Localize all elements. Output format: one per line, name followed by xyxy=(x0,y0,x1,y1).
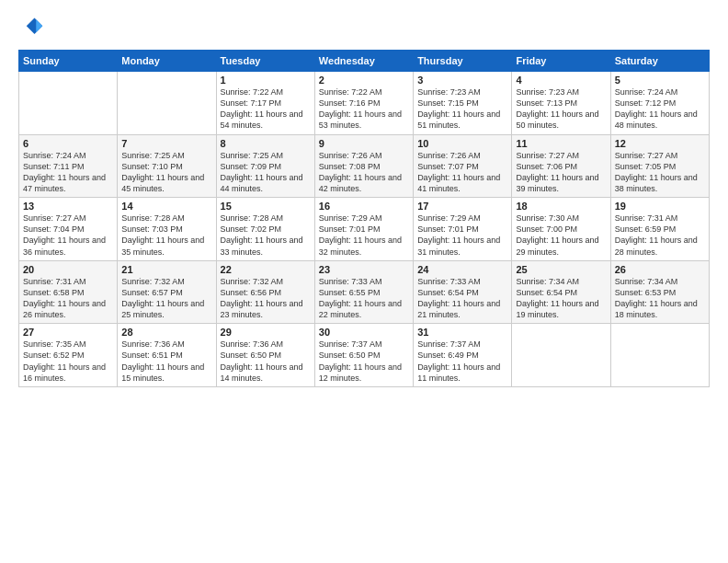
calendar-cell: 12Sunrise: 7:27 AM Sunset: 7:05 PM Dayli… xyxy=(610,134,709,198)
calendar-cell: 16Sunrise: 7:29 AM Sunset: 7:01 PM Dayli… xyxy=(314,198,413,261)
day-number: 28 xyxy=(121,327,211,338)
calendar-cell xyxy=(19,72,118,135)
day-info: Sunrise: 7:27 AM Sunset: 7:06 PM Dayligh… xyxy=(516,150,606,195)
calendar-cell xyxy=(118,72,216,135)
day-info: Sunrise: 7:33 AM Sunset: 6:54 PM Dayligh… xyxy=(417,276,507,321)
day-number: 7 xyxy=(121,138,211,149)
day-number: 25 xyxy=(516,264,606,275)
day-info: Sunrise: 7:34 AM Sunset: 6:54 PM Dayligh… xyxy=(516,276,606,321)
day-info: Sunrise: 7:24 AM Sunset: 7:11 PM Dayligh… xyxy=(23,150,113,195)
day-info: Sunrise: 7:37 AM Sunset: 6:50 PM Dayligh… xyxy=(319,339,409,384)
day-info: Sunrise: 7:27 AM Sunset: 7:04 PM Dayligh… xyxy=(23,213,113,258)
logo-icon xyxy=(18,15,44,40)
calendar-cell: 24Sunrise: 7:33 AM Sunset: 6:54 PM Dayli… xyxy=(414,260,512,324)
page: SundayMondayTuesdayWednesdayThursdayFrid… xyxy=(0,0,728,563)
day-number: 3 xyxy=(417,75,507,86)
day-info: Sunrise: 7:22 AM Sunset: 7:16 PM Dayligh… xyxy=(319,86,409,132)
calendar-cell xyxy=(610,324,709,387)
calendar-cell: 2Sunrise: 7:22 AM Sunset: 7:16 PM Daylig… xyxy=(314,72,413,135)
day-info: Sunrise: 7:22 AM Sunset: 7:17 PM Dayligh… xyxy=(221,86,311,132)
day-number: 2 xyxy=(319,75,409,86)
day-info: Sunrise: 7:26 AM Sunset: 7:07 PM Dayligh… xyxy=(417,150,507,195)
day-number: 15 xyxy=(221,201,311,212)
calendar-cell: 30Sunrise: 7:37 AM Sunset: 6:50 PM Dayli… xyxy=(314,324,413,387)
day-info: Sunrise: 7:25 AM Sunset: 7:10 PM Dayligh… xyxy=(121,150,211,195)
day-info: Sunrise: 7:31 AM Sunset: 6:58 PM Dayligh… xyxy=(23,276,113,321)
day-number: 22 xyxy=(221,264,311,275)
calendar-cell: 8Sunrise: 7:25 AM Sunset: 7:09 PM Daylig… xyxy=(216,134,314,198)
day-number: 5 xyxy=(615,75,705,86)
day-number: 9 xyxy=(319,138,409,149)
calendar-week-row: 27Sunrise: 7:35 AM Sunset: 6:52 PM Dayli… xyxy=(19,324,710,387)
day-number: 10 xyxy=(417,138,507,149)
day-info: Sunrise: 7:35 AM Sunset: 6:52 PM Dayligh… xyxy=(23,339,113,384)
weekday-header: Tuesday xyxy=(216,51,314,72)
day-info: Sunrise: 7:37 AM Sunset: 6:49 PM Dayligh… xyxy=(417,339,507,384)
calendar-cell xyxy=(512,324,610,387)
day-info: Sunrise: 7:27 AM Sunset: 7:05 PM Dayligh… xyxy=(615,150,705,195)
day-number: 11 xyxy=(516,138,606,149)
day-number: 19 xyxy=(615,201,705,212)
calendar-cell: 17Sunrise: 7:29 AM Sunset: 7:01 PM Dayli… xyxy=(414,198,512,261)
day-info: Sunrise: 7:36 AM Sunset: 6:51 PM Dayligh… xyxy=(121,339,211,384)
day-number: 13 xyxy=(23,201,113,212)
weekday-header: Saturday xyxy=(610,51,709,72)
day-number: 27 xyxy=(23,327,113,338)
svg-marker-1 xyxy=(36,19,42,32)
day-number: 18 xyxy=(516,201,606,212)
calendar-cell: 28Sunrise: 7:36 AM Sunset: 6:51 PM Dayli… xyxy=(118,324,216,387)
day-number: 31 xyxy=(417,327,507,338)
day-number: 17 xyxy=(417,201,507,212)
calendar-week-row: 1Sunrise: 7:22 AM Sunset: 7:17 PM Daylig… xyxy=(19,72,710,135)
calendar-cell: 27Sunrise: 7:35 AM Sunset: 6:52 PM Dayli… xyxy=(19,324,118,387)
day-info: Sunrise: 7:36 AM Sunset: 6:50 PM Dayligh… xyxy=(221,339,311,384)
day-info: Sunrise: 7:32 AM Sunset: 6:57 PM Dayligh… xyxy=(121,276,211,321)
day-number: 4 xyxy=(516,75,606,86)
calendar-week-row: 13Sunrise: 7:27 AM Sunset: 7:04 PM Dayli… xyxy=(19,198,710,261)
day-number: 12 xyxy=(615,138,705,149)
day-number: 29 xyxy=(221,327,311,338)
weekday-header: Monday xyxy=(118,51,216,72)
day-info: Sunrise: 7:31 AM Sunset: 6:59 PM Dayligh… xyxy=(615,213,705,258)
day-number: 6 xyxy=(23,138,113,149)
weekday-header: Sunday xyxy=(19,51,118,72)
calendar-cell: 29Sunrise: 7:36 AM Sunset: 6:50 PM Dayli… xyxy=(216,324,314,387)
weekday-header: Friday xyxy=(512,51,610,72)
calendar-cell: 19Sunrise: 7:31 AM Sunset: 6:59 PM Dayli… xyxy=(610,198,709,261)
calendar-cell: 18Sunrise: 7:30 AM Sunset: 7:00 PM Dayli… xyxy=(512,198,610,261)
calendar-cell: 23Sunrise: 7:33 AM Sunset: 6:55 PM Dayli… xyxy=(314,260,413,324)
calendar-cell: 6Sunrise: 7:24 AM Sunset: 7:11 PM Daylig… xyxy=(19,134,118,198)
calendar-cell: 21Sunrise: 7:32 AM Sunset: 6:57 PM Dayli… xyxy=(118,260,216,324)
calendar: SundayMondayTuesdayWednesdayThursdayFrid… xyxy=(18,50,710,387)
day-number: 21 xyxy=(121,264,211,275)
day-number: 1 xyxy=(221,75,311,86)
day-info: Sunrise: 7:28 AM Sunset: 7:03 PM Dayligh… xyxy=(121,213,211,258)
day-info: Sunrise: 7:29 AM Sunset: 7:01 PM Dayligh… xyxy=(319,213,409,258)
day-number: 8 xyxy=(221,138,311,149)
calendar-cell: 22Sunrise: 7:32 AM Sunset: 6:56 PM Dayli… xyxy=(216,260,314,324)
calendar-cell: 11Sunrise: 7:27 AM Sunset: 7:06 PM Dayli… xyxy=(512,134,610,198)
day-info: Sunrise: 7:23 AM Sunset: 7:15 PM Dayligh… xyxy=(417,86,507,132)
weekday-header: Thursday xyxy=(414,51,512,72)
calendar-cell: 10Sunrise: 7:26 AM Sunset: 7:07 PM Dayli… xyxy=(414,134,512,198)
calendar-cell: 13Sunrise: 7:27 AM Sunset: 7:04 PM Dayli… xyxy=(19,198,118,261)
calendar-week-row: 20Sunrise: 7:31 AM Sunset: 6:58 PM Dayli… xyxy=(19,260,710,324)
calendar-cell: 1Sunrise: 7:22 AM Sunset: 7:17 PM Daylig… xyxy=(216,72,314,135)
day-info: Sunrise: 7:25 AM Sunset: 7:09 PM Dayligh… xyxy=(221,150,311,195)
weekday-header: Wednesday xyxy=(314,51,413,72)
day-number: 24 xyxy=(417,264,507,275)
logo xyxy=(18,15,48,40)
calendar-week-row: 6Sunrise: 7:24 AM Sunset: 7:11 PM Daylig… xyxy=(19,134,710,198)
calendar-cell: 5Sunrise: 7:24 AM Sunset: 7:12 PM Daylig… xyxy=(610,72,709,135)
day-info: Sunrise: 7:30 AM Sunset: 7:00 PM Dayligh… xyxy=(516,213,606,258)
day-number: 16 xyxy=(319,201,409,212)
day-info: Sunrise: 7:24 AM Sunset: 7:12 PM Dayligh… xyxy=(615,86,705,132)
day-info: Sunrise: 7:29 AM Sunset: 7:01 PM Dayligh… xyxy=(417,213,507,258)
day-number: 14 xyxy=(121,201,211,212)
day-info: Sunrise: 7:23 AM Sunset: 7:13 PM Dayligh… xyxy=(516,86,606,132)
day-number: 26 xyxy=(615,264,705,275)
day-number: 30 xyxy=(319,327,409,338)
calendar-cell: 9Sunrise: 7:26 AM Sunset: 7:08 PM Daylig… xyxy=(314,134,413,198)
calendar-cell: 31Sunrise: 7:37 AM Sunset: 6:49 PM Dayli… xyxy=(414,324,512,387)
calendar-cell: 4Sunrise: 7:23 AM Sunset: 7:13 PM Daylig… xyxy=(512,72,610,135)
